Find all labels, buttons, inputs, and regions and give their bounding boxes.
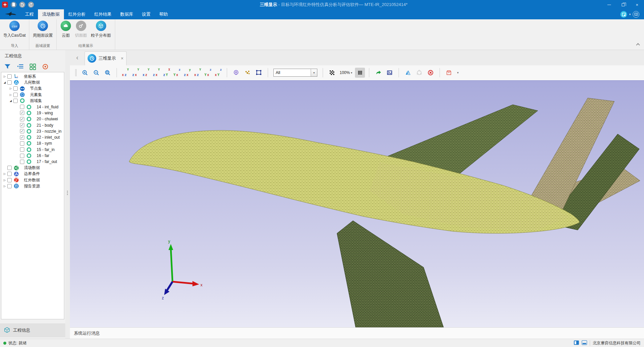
tree-expander-icon[interactable]: ▷ xyxy=(9,93,13,96)
menu-item-2[interactable]: 流场数据 xyxy=(38,9,64,19)
locate-icon[interactable] xyxy=(41,63,49,70)
zoom-level[interactable]: 100%▾ xyxy=(338,70,354,75)
zoom-out-icon[interactable] xyxy=(91,68,101,78)
undo-icon[interactable] xyxy=(19,2,25,8)
select-rect-icon[interactable] xyxy=(254,68,264,78)
tree-checkbox[interactable] xyxy=(7,80,12,85)
view-iso-4-icon[interactable]: zxY xyxy=(214,68,223,77)
tree-item-面域集[interactable]: ◢面域集 xyxy=(1,98,64,104)
layout-toggle-icon-1[interactable] xyxy=(574,340,579,346)
tree-checkbox[interactable] xyxy=(20,154,24,158)
maximize-button[interactable] xyxy=(616,0,630,9)
panel-bottom-tab[interactable]: 工程信息 xyxy=(0,323,65,337)
tree-checkbox[interactable] xyxy=(7,166,12,170)
tree-item-节点集[interactable]: ▷节点集 xyxy=(1,86,64,92)
tree-checkbox[interactable] xyxy=(7,74,12,79)
zoom-in-icon[interactable] xyxy=(80,68,90,78)
filter-icon[interactable] xyxy=(3,63,11,70)
snapshot-icon[interactable] xyxy=(385,68,395,78)
export-arrow-icon[interactable] xyxy=(373,68,383,78)
splitter-handle[interactable] xyxy=(67,190,68,196)
panel-splitter[interactable] xyxy=(65,50,70,339)
menu-item-4[interactable]: 红外结果 xyxy=(90,9,116,19)
checker-icon[interactable] xyxy=(327,68,337,78)
blocks-icon[interactable] xyxy=(29,63,37,70)
mirror-icon[interactable] xyxy=(403,68,413,78)
toolbar-drag-handle[interactable] xyxy=(75,69,77,76)
tree-item-22---inlet_out[interactable]: ✓22 - inlet_out xyxy=(1,134,64,140)
menu-item-7[interactable]: 帮助 xyxy=(155,9,172,19)
ribbon-collapse-chevron[interactable] xyxy=(637,42,639,48)
quick-view-caret[interactable]: ▾ xyxy=(629,13,631,16)
ribbon-button-cas[interactable]: cas导入Cas/Dat xyxy=(2,21,27,38)
tree-item-报告资源[interactable]: ▷报告资源 xyxy=(1,183,64,189)
menu-item-6[interactable]: 设置 xyxy=(138,9,155,19)
tab-3d-display[interactable]: 三维显示 × xyxy=(85,51,127,65)
view-back-icon[interactable]: Yzx xyxy=(131,68,140,77)
tree-item-20---chuiwei[interactable]: ✓20 - chuiwei xyxy=(1,116,64,122)
quick-view-icon[interactable] xyxy=(620,11,627,18)
tree-checkbox[interactable] xyxy=(20,105,24,109)
probe-icon[interactable] xyxy=(231,68,241,78)
tree-item-17---far_out[interactable]: 17 - far_out xyxy=(1,159,64,165)
close-button[interactable]: × xyxy=(630,0,644,9)
menu-item-3[interactable]: 红外分析 xyxy=(64,9,90,19)
minimize-button[interactable] xyxy=(602,0,616,9)
tree-checkbox[interactable]: ✓ xyxy=(20,135,24,140)
tree-checkbox[interactable]: ✓ xyxy=(20,117,24,121)
tree-checkbox[interactable] xyxy=(13,99,18,103)
tree-checkbox[interactable] xyxy=(7,184,12,188)
view-front-icon[interactable]: Yxz xyxy=(121,68,130,77)
zoom-caret-icon[interactable]: ▾ xyxy=(351,71,352,74)
view-right-icon[interactable]: Yzx xyxy=(152,68,161,77)
view-iso-3-icon[interactable]: zYx xyxy=(203,68,212,77)
ribbon-button-cloud-map[interactable]: 云图 xyxy=(59,21,73,38)
tree-checkbox[interactable] xyxy=(20,141,24,146)
zoom-fit-icon[interactable] xyxy=(103,68,113,78)
tree-item-23---nozzle_in[interactable]: ✓23 - nozzle_in xyxy=(1,128,64,134)
redo-icon[interactable] xyxy=(28,2,34,8)
tree-item-15---far_in[interactable]: 15 - far_in xyxy=(1,147,64,153)
view-top-icon[interactable]: XzY xyxy=(162,68,171,77)
tree-item-16---far[interactable]: 16 - far xyxy=(1,153,64,159)
tree-expander-icon[interactable]: ▷ xyxy=(9,87,13,90)
tree-expander-icon[interactable]: ▷ xyxy=(3,179,7,182)
tree-item-14---int_fluid[interactable]: 14 - int_fluid xyxy=(1,104,64,110)
tree-checkbox[interactable] xyxy=(7,178,12,182)
viewport-canvas[interactable]: y x z xyxy=(70,80,644,327)
tree-expander-icon[interactable]: ◢ xyxy=(3,81,7,84)
tree-expander-icon[interactable]: ▷ xyxy=(3,185,7,188)
layout-toggle-icon-2[interactable] xyxy=(582,340,587,346)
tree-checkbox[interactable] xyxy=(20,147,24,152)
mesh-grid-icon[interactable] xyxy=(355,68,365,78)
view-iso-2-icon[interactable]: Yxz xyxy=(193,68,202,77)
new-doc-icon[interactable] xyxy=(11,2,17,8)
tab-close-icon[interactable]: × xyxy=(121,56,124,61)
tree-item-18---sym[interactable]: 18 - sym xyxy=(1,140,64,146)
help-book-icon[interactable] xyxy=(633,11,639,18)
ribbon-button-particle-map[interactable]: 粒子分布图 xyxy=(89,21,113,38)
tree-expander-icon[interactable]: ▷ xyxy=(3,75,7,78)
tree-expander-icon[interactable]: ◢ xyxy=(9,99,13,102)
tree-checkbox[interactable] xyxy=(20,160,24,164)
tree-checkbox[interactable]: ✓ xyxy=(20,111,24,115)
tree-item-21---body[interactable]: ✓21 - body xyxy=(1,122,64,128)
more-actions-caret[interactable]: ▾ xyxy=(455,71,461,74)
outline-list-icon[interactable] xyxy=(16,63,24,70)
tree-checkbox[interactable] xyxy=(7,172,12,176)
combo-dropdown-button[interactable]: ▾ xyxy=(311,69,317,76)
view-bottom-icon[interactable]: zYx xyxy=(172,68,181,77)
tree-item-红外数据[interactable]: ▷红外数据 xyxy=(1,177,64,183)
menu-item-1[interactable]: 工程 xyxy=(21,9,38,19)
tree-checkbox[interactable]: ✓ xyxy=(20,123,24,127)
tree-item-几何数据[interactable]: ◢几何数据 xyxy=(1,79,64,85)
tree-item-19---wing[interactable]: ✓19 - wing xyxy=(1,110,64,116)
ribbon-button-period-face[interactable]: 周期面设置 xyxy=(31,21,55,38)
tree-item-坐标系[interactable]: ▷Yzx坐标系 xyxy=(1,73,64,79)
tree-item-边界条件[interactable]: ▷边界条件 xyxy=(1,171,64,177)
tree-checkbox[interactable]: ✓ xyxy=(20,129,24,133)
tree-item-元素集[interactable]: ▷元素集 xyxy=(1,92,64,98)
delete-icon[interactable] xyxy=(426,68,436,78)
tree-checkbox[interactable] xyxy=(13,86,18,91)
tree-expander-icon[interactable]: ▷ xyxy=(3,172,7,175)
